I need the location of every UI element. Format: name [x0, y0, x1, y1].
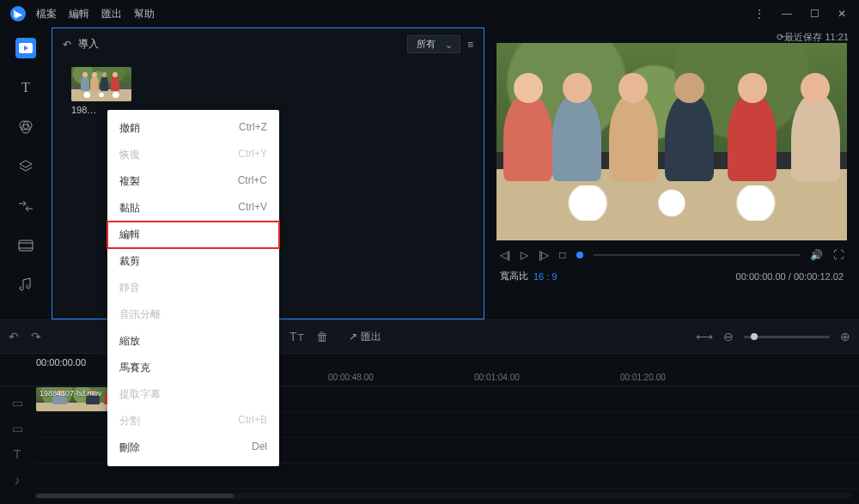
window-controls: ⋮ — ☐ ✕: [752, 8, 849, 20]
menu-edit[interactable]: 編輯: [69, 7, 89, 21]
ctx-label: 裁剪: [119, 254, 140, 269]
ruler-tick: 00:01:04.00: [474, 373, 620, 382]
zoom-slider[interactable]: [744, 336, 830, 338]
export-label: 匯出: [361, 330, 381, 344]
stop-icon[interactable]: □: [559, 249, 565, 261]
filter-select[interactable]: 所有 ⌄: [407, 35, 460, 53]
progress-track[interactable]: [594, 254, 801, 256]
ruler-tick: 00:01:20.00: [620, 373, 766, 382]
media-clip[interactable]: 198…: [71, 67, 131, 115]
redo-icon[interactable]: ↷: [31, 330, 41, 343]
import-icon[interactable]: ↶: [63, 39, 71, 51]
svg-rect-4: [19, 240, 33, 251]
ctx-item[interactable]: 黏貼Ctrl+V: [107, 195, 279, 222]
fit-icon[interactable]: ⟷: [696, 330, 713, 343]
fullscreen-icon[interactable]: ⛶: [833, 249, 844, 261]
menu-help[interactable]: 幫助: [134, 7, 155, 21]
overlay-icon: [18, 159, 34, 174]
context-menu: 撤銷Ctrl+Z恢復Ctrl+Y複製Ctrl+C黏貼Ctrl+V編輯裁剪靜音音訊…: [107, 110, 279, 466]
filters-icon: [18, 119, 34, 135]
ctx-label: 撤銷: [119, 121, 140, 136]
audio-track[interactable]: [34, 464, 859, 489]
sidebar-text[interactable]: T: [15, 77, 36, 98]
text-tool-icon[interactable]: Tᴛ: [289, 330, 304, 343]
ctx-item[interactable]: 裁剪: [107, 248, 279, 275]
ctx-item[interactable]: 馬賽克: [107, 355, 279, 381]
maximize-icon[interactable]: ☐: [807, 8, 821, 20]
export-button[interactable]: ↗ 匯出: [349, 330, 381, 344]
ctx-label: 音訊分離: [119, 307, 161, 322]
ctx-label: 縮放: [119, 334, 140, 349]
text-track-icon[interactable]: T: [0, 441, 34, 467]
ctx-shortcut: Ctrl+Y: [238, 148, 267, 162]
svg-point-3: [21, 124, 30, 133]
preview-panel: ◁| ▷ |▷ □ 🔊 ⛶ 寬高比 16 : 9 00:00:00.00 / 0…: [497, 27, 859, 319]
ctx-item: 靜音: [107, 275, 279, 301]
video-track-icon[interactable]: ▭: [0, 390, 34, 416]
zoom-controls: ⟷ ⊖ ⊕: [696, 330, 850, 343]
ctx-shortcut: Ctrl+C: [238, 174, 267, 189]
progress-handle[interactable]: [576, 252, 583, 258]
prev-frame-icon[interactable]: ◁|: [500, 249, 510, 261]
ctx-shortcut: Ctrl+V: [238, 201, 267, 216]
elements-icon: [18, 240, 34, 252]
sidebar-media[interactable]: [15, 38, 36, 58]
delete-icon[interactable]: 🗑: [316, 330, 328, 343]
ctx-item[interactable]: 縮放: [107, 328, 279, 355]
ctx-label: 黏貼: [119, 201, 140, 216]
ctx-item: 分割Ctrl+B: [107, 408, 279, 434]
next-frame-icon[interactable]: |▷: [539, 249, 549, 261]
zoom-out-icon[interactable]: ⊖: [723, 330, 734, 343]
transition-icon: [18, 200, 34, 212]
minimize-icon[interactable]: —: [780, 8, 794, 20]
ctx-item[interactable]: 刪除Del: [107, 434, 279, 461]
sidebar-overlay[interactable]: [15, 156, 36, 177]
ctx-shortcut: Ctrl+B: [238, 414, 267, 428]
ctx-label: 靜音: [119, 281, 140, 295]
more-icon[interactable]: ⋮: [752, 8, 766, 20]
text-icon: T: [21, 80, 30, 95]
chevron-down-icon: ⌄: [445, 39, 453, 51]
menu-bar: 檔案 編輯 匯出 幫助: [36, 7, 155, 21]
sidebar-elements[interactable]: [15, 235, 36, 256]
aspect-ratio[interactable]: 16 : 9: [533, 271, 557, 282]
scrollbar-thumb[interactable]: [36, 494, 234, 498]
ctx-label: 複製: [119, 174, 140, 189]
list-view-icon[interactable]: ≡: [467, 39, 473, 51]
preview-time: 00:00:00.00 / 00:00:12.02: [736, 271, 844, 282]
ctx-item[interactable]: 編輯: [107, 222, 279, 248]
import-label[interactable]: 導入: [78, 37, 99, 52]
sidebar-transition[interactable]: [15, 196, 36, 216]
audio-track-icon[interactable]: ♪: [0, 467, 34, 493]
autosave-status: ⟳最近保存 11:21: [777, 31, 849, 44]
clip-thumbnail: [71, 67, 131, 101]
ctx-item: 提取字幕: [107, 381, 279, 408]
close-icon[interactable]: ✕: [835, 8, 849, 20]
export-icon: ↗: [349, 331, 357, 343]
player-controls: ◁| ▷ |▷ □ 🔊 ⛶: [497, 240, 847, 270]
preview-info-row: 寬高比 16 : 9 00:00:00.00 / 00:00:12.02: [497, 270, 847, 282]
timeline-scrollbar[interactable]: [34, 493, 850, 499]
pip-track-icon[interactable]: ▭: [0, 416, 34, 441]
ctx-item[interactable]: 複製Ctrl+C: [107, 168, 279, 195]
title-bar: I▶ 檔案 編輯 匯出 幫助 ⋮ — ☐ ✕: [0, 0, 859, 27]
menu-export[interactable]: 匯出: [101, 7, 122, 21]
ctx-label: 提取字幕: [119, 387, 161, 402]
clip-filename: 19884307-hd.mov: [40, 389, 102, 398]
preview-viewport[interactable]: [497, 43, 847, 240]
track-headers: ▭ ▭ T ♪: [0, 390, 34, 493]
ctx-item[interactable]: 撤銷Ctrl+Z: [107, 115, 279, 142]
media-filter: 所有 ⌄ ≡: [407, 35, 473, 53]
ctx-item: 音訊分離: [107, 301, 279, 328]
ctx-label: 編輯: [119, 228, 140, 242]
play-icon[interactable]: ▷: [521, 249, 528, 261]
ctx-shortcut: Ctrl+Z: [239, 121, 267, 136]
undo-icon[interactable]: ↶: [9, 330, 19, 343]
sidebar-audio[interactable]: [15, 275, 36, 295]
volume-icon[interactable]: 🔊: [810, 249, 823, 261]
sidebar-filters[interactable]: [15, 117, 36, 137]
menu-file[interactable]: 檔案: [36, 7, 57, 21]
aspect-label: 寬高比: [500, 270, 528, 282]
zoom-in-icon[interactable]: ⊕: [840, 330, 850, 343]
ctx-shortcut: Del: [252, 440, 267, 455]
